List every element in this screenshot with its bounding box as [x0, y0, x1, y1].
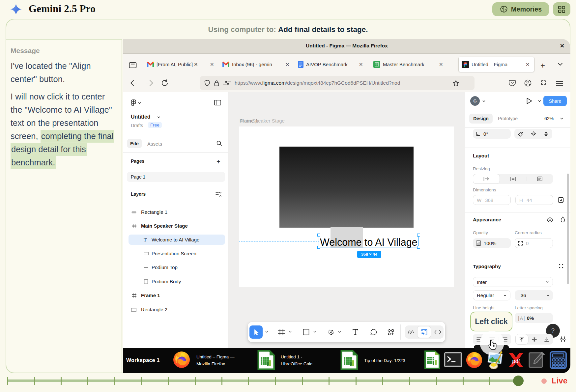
forward-button[interactable] — [146, 80, 153, 86]
firefox-taskbar-icon[interactable] — [172, 350, 191, 369]
eye-icon[interactable] — [547, 217, 553, 222]
add-page-icon[interactable]: + — [216, 158, 220, 166]
new-tab-button[interactable]: + — [540, 61, 545, 70]
xpdf-icon[interactable]: pdf — [507, 352, 525, 368]
zoom-chevron-icon[interactable] — [560, 118, 563, 120]
resize-hug-button[interactable] — [473, 174, 500, 184]
taskbar-item-label[interactable]: LibreOffice Calc — [281, 361, 312, 366]
dev-mode-toggle[interactable] — [417, 326, 431, 338]
pocket-icon[interactable] — [509, 80, 516, 86]
collapse-sidebar-icon[interactable] — [214, 100, 221, 105]
text-editor-icon[interactable] — [527, 351, 546, 369]
layer-row-presentation-screen[interactable]: Presentation Screen — [123, 249, 228, 259]
layer-row-rectangle1[interactable]: Rectangle 1 — [123, 207, 228, 217]
taskbar-item-label[interactable]: Untitled – Figma — — [196, 354, 235, 359]
timeline-knob[interactable] — [513, 376, 524, 386]
present-play-icon[interactable] — [526, 98, 533, 104]
permissions-icon[interactable] — [223, 81, 231, 85]
window-close-button[interactable]: ✕ — [560, 42, 564, 49]
layer-row-main-speaker-stage[interactable]: Main Speaker Stage — [123, 221, 228, 231]
tab-design[interactable]: Design — [469, 114, 493, 124]
tab-gmail-inbox[interactable]: Inbox (96) - gemin ✕ — [219, 57, 293, 72]
presentation-screen-shape[interactable] — [279, 147, 414, 228]
selection-box[interactable] — [319, 235, 419, 247]
comment-tool-button[interactable] — [370, 329, 377, 335]
panel-scrollbar[interactable] — [567, 174, 569, 284]
resize-fill-button[interactable] — [527, 174, 553, 184]
account-icon[interactable] — [524, 79, 532, 87]
rotate-90-button[interactable] — [514, 129, 527, 139]
calculator-icon[interactable] — [549, 351, 567, 369]
tab-close-icon[interactable]: ✕ — [358, 62, 363, 68]
zoom-level[interactable]: 62% — [544, 116, 554, 121]
lock-icon[interactable] — [214, 80, 219, 86]
pen-tool-button[interactable] — [328, 329, 334, 335]
url-bar[interactable]: https://www.figma.com/design/mqoxt484cp7… — [200, 76, 475, 90]
terminal-icon[interactable] — [444, 352, 462, 367]
workspace-label[interactable]: Workspace 1 — [126, 357, 160, 363]
layer-row-welcome-text[interactable]: T Welcome to AI Village — [123, 235, 228, 245]
shape-tool-chevron-icon[interactable] — [313, 331, 316, 333]
libreoffice-calc-icon[interactable] — [339, 350, 359, 370]
tab-untitled-figma[interactable]: Untitled – Figma ✕ — [458, 57, 534, 72]
actions-tool-button[interactable] — [388, 329, 394, 335]
tab-aivop-benchmark[interactable]: AIVOP Benchmark ✕ — [295, 57, 368, 72]
letter-spacing-field[interactable]: |A| 0% — [515, 313, 553, 323]
file-name[interactable]: Untitled — [131, 114, 151, 120]
align-middle-button[interactable] — [528, 334, 540, 345]
text-tool-button[interactable] — [352, 329, 359, 335]
font-weight-select[interactable]: Regular — [473, 290, 510, 300]
apps-grid-button[interactable] — [553, 2, 570, 16]
tab-close-icon[interactable]: ✕ — [525, 62, 530, 68]
frame-tool-chevron-icon[interactable] — [289, 331, 292, 333]
firefox-launcher-icon[interactable] — [465, 351, 483, 369]
frame-tool-button[interactable] — [278, 329, 285, 335]
code-icon[interactable] — [434, 330, 441, 334]
taskbar-item-label[interactable]: Mozilla Firefox — [196, 361, 225, 366]
reload-button[interactable] — [162, 79, 168, 87]
present-chevron-icon[interactable] — [538, 100, 541, 102]
figma-canvas[interactable]: Frame 1 Main Speaker Stage Welcome to AI… — [228, 92, 465, 348]
align-top-button[interactable] — [515, 334, 528, 345]
font-size-field[interactable]: 36 — [515, 290, 553, 300]
layers-options-icon[interactable] — [216, 192, 221, 197]
tab-close-icon[interactable]: ✕ — [438, 62, 443, 68]
avatar-chevron-icon[interactable] — [482, 100, 485, 102]
selection-handle[interactable] — [317, 246, 320, 249]
tab-gmail-from-ai[interactable]: [From AI, Public] S ✕ — [144, 57, 217, 72]
tab-close-icon[interactable]: ✕ — [285, 62, 290, 68]
flip-horizontal-button[interactable] — [527, 129, 539, 139]
layer-row-rectangle2[interactable]: Rectangle 2 — [123, 305, 228, 315]
breadcrumb[interactable]: Drafts — [131, 123, 143, 128]
page-row[interactable]: Page 1 — [127, 172, 225, 182]
selection-handle[interactable] — [317, 234, 320, 237]
corner-radius-field[interactable]: 0 — [515, 238, 553, 248]
shield-icon[interactable] — [204, 80, 210, 86]
frame-label[interactable]: Main Speaker Stage — [240, 118, 285, 124]
shape-tool-button[interactable] — [303, 329, 309, 335]
move-tool-chevron-icon[interactable] — [265, 331, 268, 333]
file-name-chevron-icon[interactable] — [157, 116, 160, 118]
layer-row-frame1[interactable]: Frame 1 — [123, 291, 228, 300]
opacity-field[interactable]: 100% — [473, 238, 511, 248]
plan-badge[interactable]: Free — [148, 122, 162, 128]
layer-row-podium-top[interactable]: Podium Top — [123, 263, 228, 272]
selection-handle[interactable] — [417, 234, 420, 237]
firefox-titlebar[interactable]: Untitled - Figma — Mozilla Firefox ✕ — [123, 39, 570, 54]
bookmark-star-icon[interactable] — [453, 80, 459, 86]
draw-tool-icon[interactable] — [408, 329, 414, 334]
search-icon[interactable] — [216, 141, 222, 146]
selection-handle[interactable] — [417, 246, 420, 249]
menu-hamburger-icon[interactable] — [556, 81, 563, 86]
libreoffice-calc-icon[interactable] — [256, 350, 275, 370]
blend-mode-icon[interactable] — [561, 216, 565, 222]
share-button[interactable]: Share — [543, 96, 567, 106]
font-size-chevron-cell[interactable] — [543, 290, 553, 300]
resize-fixed-button[interactable] — [500, 174, 526, 184]
tab-close-icon[interactable]: ✕ — [209, 62, 214, 68]
tab-prototype[interactable]: Prototype — [498, 116, 518, 121]
tab-file[interactable]: File — [127, 139, 142, 148]
back-button[interactable] — [130, 80, 137, 86]
tab-master-benchmark[interactable]: Master Benchmark ✕ — [370, 57, 448, 72]
taskbar-item-label[interactable]: Tip of the Day: 1/223 — [364, 358, 405, 363]
